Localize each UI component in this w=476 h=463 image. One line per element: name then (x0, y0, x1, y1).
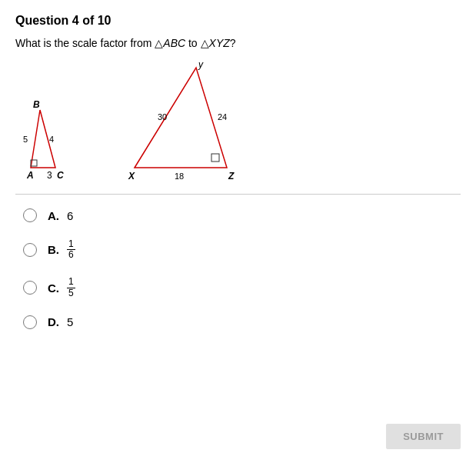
svg-text:3: 3 (47, 170, 52, 181)
svg-rect-9 (211, 154, 219, 162)
svg-text:24: 24 (218, 112, 227, 122)
radio-c[interactable] (23, 281, 37, 295)
option-d[interactable]: D. 5 (23, 315, 453, 329)
options-list: A. 6 B. 1 6 C. 1 5 (15, 208, 461, 329)
svg-text:B: B (33, 99, 40, 110)
radio-b[interactable] (23, 243, 37, 257)
option-b-denominator: 6 (67, 250, 75, 260)
radio-a[interactable] (23, 208, 37, 222)
option-d-letter: D. (48, 315, 59, 328)
label-d[interactable]: D. 5 (48, 315, 73, 328)
svg-text:X: X (128, 171, 135, 182)
option-c[interactable]: C. 1 5 (23, 277, 453, 298)
option-c-numerator: 1 (67, 277, 75, 288)
option-b[interactable]: B. 1 6 (23, 239, 453, 260)
svg-text:4: 4 (49, 135, 54, 144)
svg-text:A: A (26, 170, 34, 181)
label-c[interactable]: C. 1 5 (48, 277, 75, 298)
option-c-letter: C. (48, 281, 59, 295)
submit-area: SUBMIT (386, 424, 461, 449)
label-b[interactable]: B. 1 6 (48, 239, 75, 260)
option-b-fraction: 1 6 (67, 239, 75, 260)
option-a-letter: A. (48, 209, 59, 222)
radio-d[interactable] (23, 315, 37, 329)
large-triangle-svg: X 18 Z y 30 24 (127, 60, 250, 183)
option-c-denominator: 5 (67, 288, 75, 298)
option-d-value: 5 (67, 315, 73, 328)
label-a[interactable]: A. 6 (48, 209, 73, 222)
svg-text:y: y (198, 60, 204, 70)
svg-text:30: 30 (158, 112, 167, 122)
svg-text:C: C (57, 170, 64, 181)
question-text: What is the scale factor from △ABC to △X… (15, 37, 461, 49)
option-a-value: 6 (67, 209, 73, 222)
svg-text:5: 5 (23, 135, 28, 144)
svg-text:Z: Z (228, 171, 235, 182)
option-c-fraction: 1 5 (67, 277, 75, 298)
small-triangle-svg: A 3 C B 5 4 (23, 98, 81, 183)
svg-text:18: 18 (175, 172, 184, 181)
question-header: Question 4 of 10 (15, 14, 461, 28)
submit-button[interactable]: SUBMIT (386, 424, 461, 449)
page-container: Question 4 of 10 What is the scale facto… (0, 0, 476, 360)
option-a[interactable]: A. 6 (23, 208, 453, 222)
option-b-letter: B. (48, 243, 59, 256)
diagram-area: A 3 C B 5 4 X 18 Z y 30 24 (15, 60, 461, 195)
option-b-numerator: 1 (67, 239, 75, 250)
svg-marker-8 (135, 68, 227, 168)
